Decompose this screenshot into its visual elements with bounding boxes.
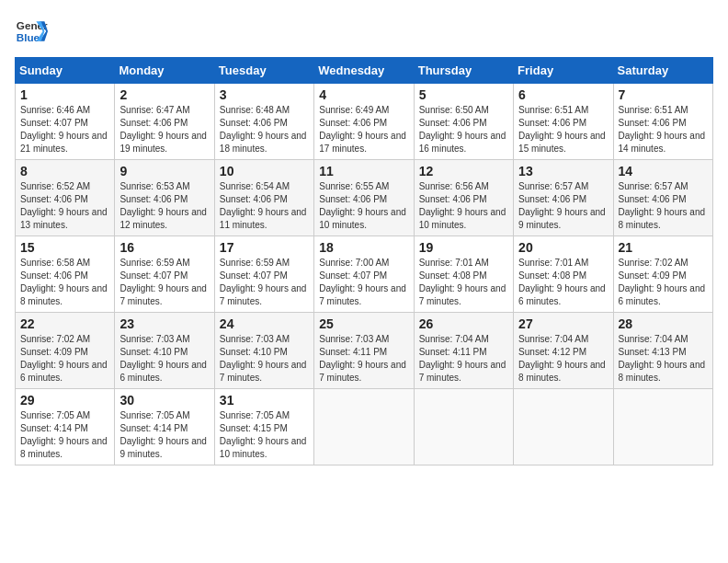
calendar-day-cell: 13Sunrise: 6:57 AMSunset: 4:06 PMDayligh…: [514, 160, 613, 236]
calendar-day-cell: [414, 389, 513, 465]
calendar-day-cell: 10Sunrise: 6:54 AMSunset: 4:06 PMDayligh…: [214, 160, 313, 236]
header: General Blue: [15, 15, 713, 48]
day-info: Sunrise: 6:54 AMSunset: 4:06 PMDaylight:…: [220, 180, 309, 232]
day-number: 3: [220, 87, 309, 102]
calendar-day-cell: 23Sunrise: 7:03 AMSunset: 4:10 PMDayligh…: [115, 313, 214, 389]
calendar-day-cell: 11Sunrise: 6:55 AMSunset: 4:06 PMDayligh…: [314, 160, 414, 236]
calendar-day-cell: [514, 389, 613, 465]
day-info: Sunrise: 6:53 AMSunset: 4:06 PMDaylight:…: [119, 180, 209, 232]
calendar-week-row: 29Sunrise: 7:05 AMSunset: 4:14 PMDayligh…: [16, 389, 713, 465]
day-info: Sunrise: 7:03 AMSunset: 4:10 PMDaylight:…: [119, 333, 209, 385]
day-number: 21: [619, 240, 708, 255]
svg-text:Blue: Blue: [17, 31, 40, 43]
day-number: 20: [518, 240, 608, 255]
calendar-day-cell: 7Sunrise: 6:51 AMSunset: 4:06 PMDaylight…: [613, 84, 712, 160]
weekday-header-row: SundayMondayTuesdayWednesdayThursdayFrid…: [16, 58, 713, 84]
calendar-day-cell: 19Sunrise: 7:01 AMSunset: 4:08 PMDayligh…: [414, 236, 513, 313]
day-number: 10: [220, 164, 309, 178]
calendar-day-cell: 8Sunrise: 6:52 AMSunset: 4:06 PMDaylight…: [16, 160, 115, 236]
day-info: Sunrise: 6:51 AMSunset: 4:06 PMDaylight:…: [619, 104, 708, 155]
calendar-day-cell: 27Sunrise: 7:04 AMSunset: 4:12 PMDayligh…: [514, 313, 613, 389]
day-number: 31: [220, 393, 309, 408]
day-info: Sunrise: 7:05 AMSunset: 4:14 PMDaylight:…: [119, 409, 209, 461]
weekday-header-cell: Tuesday: [214, 58, 313, 84]
day-info: Sunrise: 6:48 AMSunset: 4:06 PMDaylight:…: [220, 104, 309, 155]
calendar-day-cell: 29Sunrise: 7:05 AMSunset: 4:14 PMDayligh…: [16, 389, 115, 465]
calendar-day-cell: 5Sunrise: 6:50 AMSunset: 4:06 PMDaylight…: [414, 84, 513, 160]
day-number: 27: [518, 316, 608, 331]
calendar-week-row: 15Sunrise: 6:58 AMSunset: 4:06 PMDayligh…: [16, 236, 713, 313]
weekday-header-cell: Monday: [115, 58, 214, 84]
logo: General Blue: [15, 15, 48, 48]
calendar-day-cell: 25Sunrise: 7:03 AMSunset: 4:11 PMDayligh…: [314, 313, 414, 389]
calendar-day-cell: 17Sunrise: 6:59 AMSunset: 4:07 PMDayligh…: [214, 236, 313, 313]
calendar-day-cell: 18Sunrise: 7:00 AMSunset: 4:07 PMDayligh…: [314, 236, 414, 313]
day-number: 22: [20, 316, 109, 331]
day-number: 12: [419, 164, 508, 178]
day-info: Sunrise: 6:55 AMSunset: 4:06 PMDaylight:…: [319, 180, 408, 232]
calendar-day-cell: 24Sunrise: 7:03 AMSunset: 4:10 PMDayligh…: [214, 313, 313, 389]
day-number: 15: [20, 240, 109, 255]
day-number: 4: [319, 87, 408, 102]
day-number: 7: [619, 87, 708, 102]
day-number: 23: [119, 316, 209, 331]
day-number: 26: [419, 316, 508, 331]
day-info: Sunrise: 6:51 AMSunset: 4:06 PMDaylight:…: [518, 104, 608, 155]
calendar-day-cell: 22Sunrise: 7:02 AMSunset: 4:09 PMDayligh…: [16, 313, 115, 389]
day-number: 19: [419, 240, 508, 255]
day-info: Sunrise: 7:05 AMSunset: 4:14 PMDaylight:…: [20, 409, 109, 461]
day-info: Sunrise: 7:05 AMSunset: 4:15 PMDaylight:…: [220, 409, 309, 461]
day-number: 18: [319, 240, 408, 255]
calendar-day-cell: 1Sunrise: 6:46 AMSunset: 4:07 PMDaylight…: [16, 84, 115, 160]
day-number: 13: [518, 164, 608, 178]
calendar-day-cell: 3Sunrise: 6:48 AMSunset: 4:06 PMDaylight…: [214, 84, 313, 160]
day-number: 28: [619, 316, 708, 331]
calendar-day-cell: 16Sunrise: 6:59 AMSunset: 4:07 PMDayligh…: [115, 236, 214, 313]
day-info: Sunrise: 7:03 AMSunset: 4:11 PMDaylight:…: [319, 333, 408, 385]
weekday-header-cell: Thursday: [414, 58, 513, 84]
calendar-day-cell: 20Sunrise: 7:01 AMSunset: 4:08 PMDayligh…: [514, 236, 613, 313]
calendar-day-cell: 30Sunrise: 7:05 AMSunset: 4:14 PMDayligh…: [115, 389, 214, 465]
day-number: 24: [220, 316, 309, 331]
day-number: 8: [20, 164, 109, 178]
day-info: Sunrise: 7:01 AMSunset: 4:08 PMDaylight:…: [419, 257, 508, 308]
day-info: Sunrise: 6:58 AMSunset: 4:06 PMDaylight:…: [20, 257, 109, 308]
calendar-day-cell: 21Sunrise: 7:02 AMSunset: 4:09 PMDayligh…: [613, 236, 712, 313]
weekday-header-cell: Sunday: [16, 58, 115, 84]
logo-icon: General Blue: [15, 15, 48, 48]
calendar-day-cell: 4Sunrise: 6:49 AMSunset: 4:06 PMDaylight…: [314, 84, 414, 160]
day-number: 17: [220, 240, 309, 255]
day-info: Sunrise: 7:04 AMSunset: 4:12 PMDaylight:…: [518, 333, 608, 385]
calendar-week-row: 1Sunrise: 6:46 AMSunset: 4:07 PMDaylight…: [16, 84, 713, 160]
calendar-day-cell: 12Sunrise: 6:56 AMSunset: 4:06 PMDayligh…: [414, 160, 513, 236]
calendar-body: 1Sunrise: 6:46 AMSunset: 4:07 PMDaylight…: [16, 84, 713, 465]
day-info: Sunrise: 6:49 AMSunset: 4:06 PMDaylight:…: [319, 104, 408, 155]
day-info: Sunrise: 7:00 AMSunset: 4:07 PMDaylight:…: [319, 257, 408, 308]
day-number: 1: [20, 87, 109, 102]
day-number: 14: [619, 164, 708, 178]
day-number: 11: [319, 164, 408, 178]
day-info: Sunrise: 7:03 AMSunset: 4:10 PMDaylight:…: [220, 333, 309, 385]
weekday-header-cell: Saturday: [613, 58, 712, 84]
day-info: Sunrise: 7:04 AMSunset: 4:13 PMDaylight:…: [619, 333, 708, 385]
day-info: Sunrise: 7:02 AMSunset: 4:09 PMDaylight:…: [619, 257, 708, 308]
day-info: Sunrise: 6:59 AMSunset: 4:07 PMDaylight:…: [119, 257, 209, 308]
calendar-day-cell: 9Sunrise: 6:53 AMSunset: 4:06 PMDaylight…: [115, 160, 214, 236]
day-info: Sunrise: 6:47 AMSunset: 4:06 PMDaylight:…: [119, 104, 209, 155]
calendar-table: SundayMondayTuesdayWednesdayThursdayFrid…: [15, 57, 713, 465]
day-info: Sunrise: 6:59 AMSunset: 4:07 PMDaylight:…: [220, 257, 309, 308]
day-info: Sunrise: 6:46 AMSunset: 4:07 PMDaylight:…: [20, 104, 109, 155]
day-info: Sunrise: 6:56 AMSunset: 4:06 PMDaylight:…: [419, 180, 508, 232]
day-number: 30: [119, 393, 209, 408]
calendar-day-cell: 2Sunrise: 6:47 AMSunset: 4:06 PMDaylight…: [115, 84, 214, 160]
day-info: Sunrise: 7:04 AMSunset: 4:11 PMDaylight:…: [419, 333, 508, 385]
day-number: 25: [319, 316, 408, 331]
day-number: 9: [119, 164, 209, 178]
day-number: 2: [119, 87, 209, 102]
calendar-day-cell: [613, 389, 712, 465]
calendar-day-cell: 15Sunrise: 6:58 AMSunset: 4:06 PMDayligh…: [16, 236, 115, 313]
day-number: 5: [419, 87, 508, 102]
calendar-day-cell: 26Sunrise: 7:04 AMSunset: 4:11 PMDayligh…: [414, 313, 513, 389]
day-number: 6: [518, 87, 608, 102]
weekday-header-cell: Wednesday: [314, 58, 414, 84]
